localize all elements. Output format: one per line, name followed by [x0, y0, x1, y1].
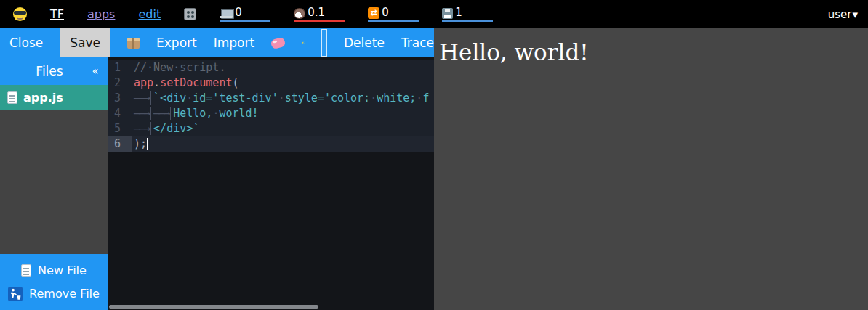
edit-link[interactable]: edit	[138, 7, 161, 21]
tab-marker: ——→	[134, 122, 151, 135]
package-icon-button[interactable]	[127, 38, 140, 49]
code-token: world!	[219, 107, 258, 120]
code-editor[interactable]: 1//·New·script.2app.setDocument(3——→`<di…	[108, 57, 434, 310]
line-content: //·New·script.	[132, 60, 434, 76]
files-title: Files	[0, 64, 83, 78]
sidebar-empty-area	[0, 110, 108, 254]
new-file-button[interactable]: New File	[0, 264, 108, 277]
cpu-counter-field[interactable]: 0	[220, 7, 270, 22]
app-window: TF apps edit 0 0.1 ⇄ 0 1 user ▾ Close Sa…	[0, 0, 868, 310]
code-token: app	[134, 76, 153, 89]
line-content: );	[132, 136, 434, 152]
export-button[interactable]: Export	[156, 28, 197, 57]
output-heading: Hello, world!	[439, 39, 868, 65]
top-menu-bar: TF apps edit 0 0.1 ⇄ 0 1 user ▾	[0, 0, 868, 28]
collapse-sidebar-button[interactable]: «	[83, 65, 108, 78]
code-token: style='color:	[285, 91, 370, 105]
horizontal-scrollbar[interactable]	[109, 305, 318, 309]
saves-counter-field[interactable]: 1	[442, 7, 493, 22]
floppy-disk-icon	[442, 8, 453, 19]
save-button[interactable]: Save	[60, 28, 110, 57]
remove-file-button[interactable]: Remove File	[0, 287, 108, 301]
code-token: id='test-div'	[193, 91, 278, 105]
remove-file-label: Remove File	[29, 287, 100, 301]
code-token: .	[153, 76, 160, 89]
delete-button[interactable]: Delete	[344, 28, 385, 57]
code-token: f	[422, 91, 429, 105]
output-pane: Hello, world!	[434, 28, 868, 310]
user-menu-label: user	[828, 8, 852, 21]
text-cursor	[147, 138, 148, 150]
line-number: 5	[108, 121, 132, 136]
code-line[interactable]: 1//·New·script.	[108, 60, 434, 76]
counter-value: 0	[235, 7, 242, 19]
code-area: 1//·New·script.2app.setDocument(3——→`<di…	[108, 57, 434, 152]
line-number: 6	[108, 136, 132, 152]
code-token: //·New·script.	[134, 61, 225, 74]
counter-value: 0	[382, 7, 389, 19]
tab-marker: ——→	[134, 107, 151, 120]
repeat-icon: ⇄	[368, 7, 379, 19]
soap-icon-button[interactable]	[270, 36, 286, 49]
hamster-icon	[294, 8, 305, 19]
tab-marker: ——→	[134, 91, 151, 105]
code-token: ·	[186, 91, 193, 105]
line-number: 4	[108, 106, 132, 121]
files-header: Files «	[0, 57, 108, 85]
tab-marker: ——→	[153, 107, 171, 120]
line-number: 1	[108, 60, 132, 76]
files-sidebar: Files « app.js New File Remove	[0, 57, 108, 310]
counter-value: 0.1	[308, 7, 325, 19]
code-token: `<div	[153, 91, 186, 105]
code-line[interactable]: 5——→</div>`	[108, 121, 434, 136]
code-token: setDocument	[160, 76, 232, 89]
code-token: (	[232, 76, 238, 89]
control-knobs-icon[interactable]	[184, 8, 196, 20]
editor-toolbar: Close Save Export Import Delete Trace	[0, 28, 434, 57]
code-token: Hello,	[173, 107, 212, 120]
line-content: ——→——→Hello,·world!	[132, 106, 434, 121]
code-token: );	[134, 137, 147, 150]
repeat-counter-field[interactable]: ⇄ 0	[368, 7, 419, 22]
line-number: 3	[108, 91, 132, 106]
line-content: app.setDocument(	[132, 76, 434, 91]
document-icon	[7, 91, 17, 104]
line-number: 2	[108, 76, 132, 91]
litter-bin-icon	[8, 287, 23, 301]
new-file-label: New File	[38, 264, 87, 277]
counter-value: 1	[455, 7, 462, 19]
brand-link[interactable]: TF	[50, 7, 64, 21]
close-button[interactable]: Close	[9, 28, 43, 57]
code-line[interactable]: 3——→`<div·id='test-div'·style='color:·wh…	[108, 91, 434, 106]
laptop-icon	[220, 9, 233, 19]
code-token: ·	[278, 91, 285, 105]
user-menu[interactable]: user ▾	[828, 8, 858, 21]
smiley-sunglasses-icon[interactable]	[13, 7, 27, 21]
code-token: </div>`	[153, 122, 199, 135]
new-file-icon	[21, 264, 31, 277]
chevron-down-icon: ▾	[852, 8, 858, 21]
code-token: white;	[377, 91, 416, 105]
hamster-counter-field[interactable]: 0.1	[294, 7, 345, 22]
code-line[interactable]: 2app.setDocument(	[108, 76, 434, 91]
sparkles-icon-button[interactable]	[302, 36, 305, 50]
file-name: app.js	[23, 91, 63, 105]
line-content: ——→</div>`	[132, 121, 434, 136]
trace-button[interactable]: Trace	[401, 28, 434, 57]
apps-link[interactable]: apps	[87, 7, 115, 21]
code-token: ·	[370, 91, 377, 105]
blank-toolbar-button[interactable]	[321, 29, 327, 57]
code-line[interactable]: 6);	[108, 136, 434, 152]
code-line[interactable]: 4——→——→Hello,·world!	[108, 106, 434, 121]
sidebar-actions: New File Remove File	[0, 254, 108, 310]
import-button[interactable]: Import	[214, 28, 254, 57]
file-item-appjs[interactable]: app.js	[0, 85, 108, 110]
line-content: ——→`<div·id='test-div'·style='color:·whi…	[132, 91, 434, 106]
